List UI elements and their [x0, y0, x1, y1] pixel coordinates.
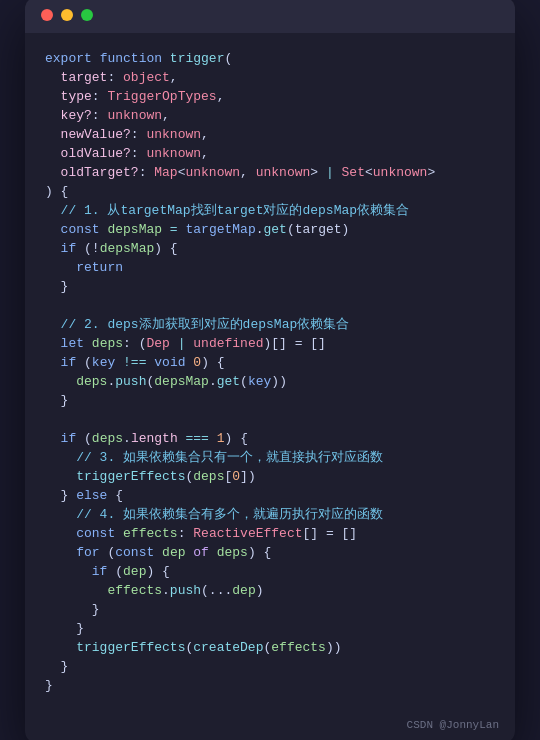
code-block: export function trigger( target: object,… — [25, 33, 515, 715]
close-button[interactable] — [41, 9, 53, 21]
watermark: CSDN @JonnyLan — [25, 715, 515, 740]
titlebar — [25, 0, 515, 33]
minimize-button[interactable] — [61, 9, 73, 21]
code-window: export function trigger( target: object,… — [25, 0, 515, 740]
maximize-button[interactable] — [81, 9, 93, 21]
